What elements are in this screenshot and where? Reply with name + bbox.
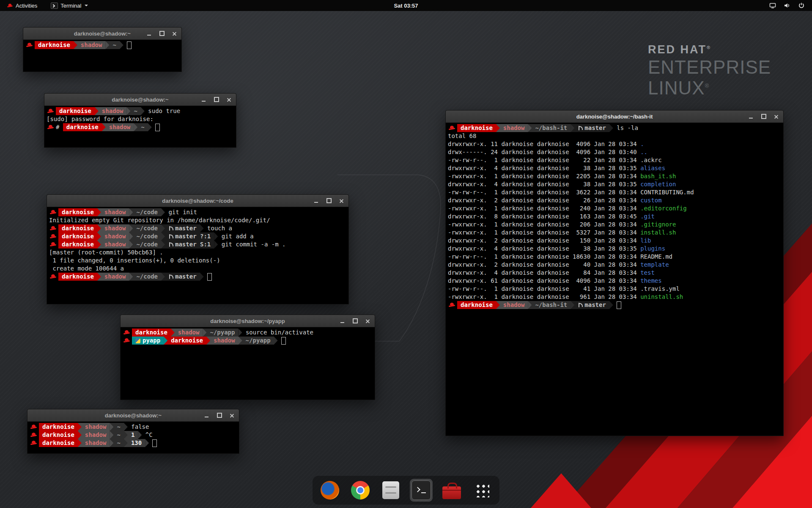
window-titlebar[interactable]: darknoise@shadow:~/pyapp [121,315,375,327]
prompt-segment-user: darknoise [167,337,206,345]
terminal-content[interactable]: darknoiseshadow~ falsedarknoiseshadow~1 … [27,422,239,453]
window-titlebar[interactable]: darknoise@shadow:~ [23,28,181,40]
maximize-button[interactable] [213,97,219,103]
terminal-text: source bin/activate [242,329,313,337]
powerline-separator-fill [171,329,175,337]
prompt-segment-path: ~ [109,41,119,49]
window-titlebar[interactable]: darknoise@shadow:~ [27,409,239,422]
powerline-separator-fill [200,224,204,232]
dock-item-toolbox[interactable] [440,479,463,502]
terminal-line: pyappdarknoiseshadow~/pyapp [123,337,373,345]
window-title: darknoise@shadow:~ [112,97,168,103]
powerline-separator [528,301,532,309]
powerline-separator-fill [214,240,218,248]
powerline-separator [120,41,123,49]
powerline-separator [97,273,101,281]
terminal-text: drwxrwxr-x. 61 darknoise darknoise 4096 … [448,277,640,285]
dock-item-files[interactable] [379,479,402,502]
redhat-icon [30,440,37,446]
powerline-separator [206,337,210,345]
dock-item-chrome[interactable] [349,479,372,502]
minimize-button[interactable] [200,97,207,103]
powerline-separator-fill [528,124,532,132]
dock-item-terminal[interactable] [410,479,433,502]
terminal-content[interactable]: darknoiseshadow~/code git initInitialize… [47,207,348,304]
powerline-separator-fill [203,329,206,337]
powerline-separator-fill [134,123,137,131]
close-button[interactable] [171,30,178,37]
close-button[interactable] [226,97,232,103]
close-button[interactable] [229,412,235,419]
maximize-button[interactable] [326,198,332,204]
window-titlebar[interactable]: darknoise@shadow:~/bash-it [446,110,783,123]
minimize-button[interactable] [146,30,152,37]
maximize-icon [761,114,766,119]
powerline-separator-fill [138,431,142,439]
brand-redhat-text: RED HAT [648,43,707,56]
maximize-button[interactable] [352,318,358,324]
app-menu-terminal[interactable]: Terminal [48,0,91,11]
powerline-separator [110,439,113,447]
window-titlebar[interactable]: darknoise@shadow:~ [44,94,236,106]
firefox-icon [321,481,339,500]
redhat-icon [47,108,54,114]
power-icon[interactable] [798,2,805,9]
registered-mark: ® [705,83,710,89]
terminal-text: drwxrwxr-x. 4 darknoise darknoise 84 Jan… [448,269,640,277]
minimize-button[interactable] [313,198,319,204]
dock [313,476,499,505]
terminal-content[interactable]: darknoiseshadow~/pyapp source bin/activa… [121,327,375,400]
powerline-separator-fill [129,208,133,216]
powerline-separator-fill [609,124,613,132]
terminal-content[interactable]: darknoiseshadow~/bash-itmaster ls -latot… [446,123,783,436]
minimize-button[interactable] [748,113,754,120]
terminal-text: drwxrwxr-x. 4 darknoise darknoise 38 Jan… [448,180,640,188]
maximize-button[interactable] [159,30,165,37]
minimize-button[interactable] [203,412,210,419]
powerline-separator [110,423,113,431]
top-bar-left: Activities Terminal [0,0,91,11]
terminal-content[interactable]: darknoiseshadow~ [23,40,181,72]
close-button[interactable] [773,113,779,120]
minimize-icon [205,417,208,417]
prompt-segment-path: ~/code [133,232,161,240]
minimize-icon [147,35,151,36]
terminal-text: total 68 [448,132,476,140]
maximize-button[interactable] [760,113,767,120]
dock-item-firefox[interactable] [318,479,341,502]
prompt-segment-git: master [165,273,200,281]
prompt-segment-host: shadow [77,41,106,49]
close-button[interactable] [338,198,345,204]
close-button[interactable] [365,318,371,324]
system-status-area[interactable] [769,2,812,9]
terminal-line: drwx------. 24 darknoise darknoise 4096 … [448,148,781,156]
clock[interactable]: Sat 03:57 [394,3,418,9]
powerline-separator-fill [496,301,500,309]
terminal-line: -rw-rw-r--. 1 darknoise darknoise 3622 J… [448,188,781,196]
prompt-segment-host: shadow [101,240,129,248]
prompt-segment-path: ~ [130,107,140,115]
redhat-icon [26,42,33,48]
display-icon[interactable] [769,2,776,9]
terminal-text: completion [640,180,676,188]
terminal-text: custom [640,196,662,204]
window-titlebar[interactable]: darknoise@shadow:~/code [47,195,348,207]
prompt-segment-host: shadow [210,337,239,345]
redhat-icon [50,226,56,231]
powerline-separator-fill [145,439,149,447]
terminal-line: drwxrwxr-x. 2 darknoise darknoise 26 Jan… [448,196,781,204]
maximize-button[interactable] [216,412,222,419]
minimize-button[interactable] [339,318,346,324]
terminal-line: darknoiseshadow~/codemaster S:1 git comm… [49,240,346,248]
volume-icon[interactable] [783,2,791,9]
prompt-segment-user: darknoise [457,124,496,132]
powerline-separator [161,224,165,232]
powerline-separator-fill [124,423,128,431]
dock-item-app-grid[interactable] [471,479,494,502]
activities-button[interactable]: Activities [4,0,40,11]
powerline-separator [161,273,165,281]
terminal-content[interactable]: darknoiseshadow~ sudo true[sudo] passwor… [44,106,236,147]
terminal-text: . [640,140,644,148]
window-title: darknoise@shadow:~ [105,412,162,419]
powerline-separator-fill [97,232,101,240]
